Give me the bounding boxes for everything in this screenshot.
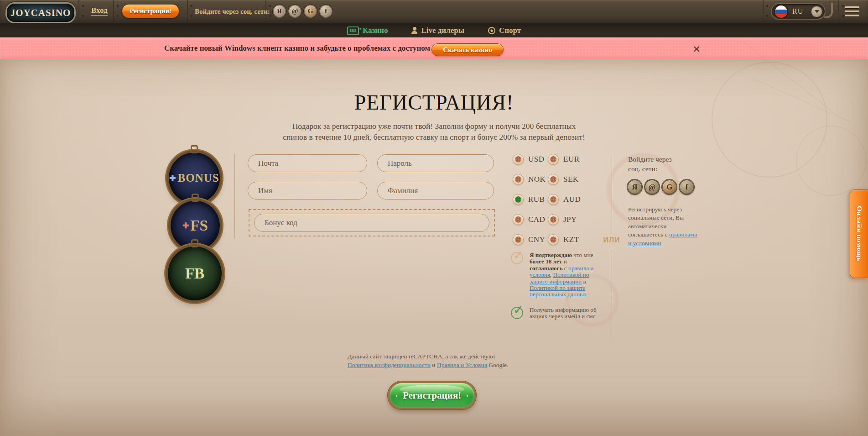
- facebook-icon[interactable]: f: [679, 179, 694, 194]
- privacy-policy-link[interactable]: Политика конфиденциальности: [348, 362, 431, 368]
- age-terms-text: Я подтверждаю что мне более 18 лет и сог…: [530, 252, 599, 298]
- freebet-badge[interactable]: FB: [168, 247, 222, 300]
- joycasino-registration-page: JOYCASINO Вход Регистрация! Войдите чере…: [0, 0, 868, 436]
- language-selector[interactable]: RU: [771, 3, 826, 20]
- seam-divider: [187, 0, 188, 23]
- currency-radio-kzt[interactable]: KZT: [548, 234, 581, 245]
- social-terms-note: Регистрируясь через социальные сети, Вы …: [628, 205, 697, 247]
- bonus-code-area: [249, 209, 495, 236]
- currency-radio-cad[interactable]: CAD: [513, 214, 548, 225]
- currency-radio-usd[interactable]: USD: [513, 154, 548, 165]
- rivet-decor: [117, 5, 119, 7]
- registration-content: РЕГИСТРАЦИЯ! Подарок за регистрацию уже …: [0, 59, 868, 436]
- rivet-decor: [82, 5, 84, 7]
- currency-radio-jpy[interactable]: JPY: [548, 214, 581, 225]
- email-field[interactable]: [248, 154, 367, 172]
- column-divider: [612, 249, 612, 340]
- submit-registration-button[interactable]: ‹ Регистрация! ›: [388, 381, 476, 410]
- logo-text: JOYCASINO: [10, 7, 71, 19]
- social-login-label: Войдите через соц. сети:: [195, 8, 270, 16]
- tab-sport[interactable]: Спорт: [488, 26, 521, 35]
- google-icon[interactable]: G: [304, 5, 317, 18]
- currency-radio-sek[interactable]: SEK: [548, 174, 581, 185]
- google-icon[interactable]: G: [662, 179, 677, 194]
- sport-ball-icon: [488, 27, 495, 34]
- yandex-icon[interactable]: Я: [627, 179, 642, 194]
- form-left-divider: [234, 154, 235, 238]
- recaptcha-note: Данный сайт защищен reCAPTCHA, а так же …: [348, 352, 520, 369]
- plus-spark-icon: ✚: [182, 221, 189, 231]
- radio-icon[interactable]: [548, 214, 559, 225]
- radio-icon[interactable]: [548, 174, 559, 185]
- top-bar: JOYCASINO Вход Регистрация! Войдите чере…: [0, 0, 868, 24]
- main-nav: Казино Live дилеры Спорт: [0, 23, 868, 38]
- tab-casino[interactable]: Казино: [347, 26, 388, 35]
- age-terms-checkbox[interactable]: ✓ Я подтверждаю что мне более 18 лет и с…: [511, 252, 602, 298]
- language-code: RU: [792, 7, 803, 16]
- promo-subscribe-checkbox[interactable]: ✓ Получать информацию об акциях через им…: [511, 307, 602, 320]
- chevron-down-icon[interactable]: [811, 6, 822, 17]
- rivet-decor: [269, 5, 271, 7]
- first-name-field[interactable]: [248, 182, 367, 200]
- russian-flag-icon: [774, 5, 788, 19]
- currency-radio-cny[interactable]: CNY: [513, 234, 548, 245]
- radio-icon[interactable]: [548, 154, 559, 165]
- social-login-icons: Я @ G f: [627, 179, 694, 194]
- right-arrow-icon: ›: [466, 392, 468, 399]
- topbar-social-icons: Я @ G f: [273, 5, 333, 18]
- yandex-icon[interactable]: Я: [273, 5, 286, 18]
- mailru-icon[interactable]: @: [288, 5, 301, 18]
- menu-icon[interactable]: [845, 6, 859, 19]
- tab-live-dealers[interactable]: Live дилеры: [411, 26, 464, 35]
- banner-message: Скачайте новый Windows клиент казино и з…: [164, 44, 430, 53]
- personal-data-policy-link[interactable]: Политикой по защите персональных данных: [530, 284, 587, 298]
- radio-icon[interactable]: [548, 234, 559, 245]
- logo-dot-decor: [74, 12, 74, 14]
- login-link[interactable]: Вход: [91, 6, 108, 16]
- radio-icon[interactable]: [513, 194, 524, 205]
- dealer-icon: [411, 27, 417, 34]
- bonus-code-field[interactable]: [254, 214, 489, 232]
- sketch-circle-decor: [712, 62, 827, 178]
- checkbox-checked-icon[interactable]: ✓: [511, 252, 523, 264]
- page-title: РЕГИСТРАЦИЯ!: [0, 90, 868, 115]
- pipe-decor: [824, 3, 833, 18]
- seam-divider: [78, 0, 79, 23]
- social-column-heading: Войдите через соц. сети:: [628, 154, 686, 173]
- checkbox-checked-icon[interactable]: ✓: [511, 307, 523, 319]
- column-divider: [612, 154, 612, 232]
- currency-radio-nok[interactable]: NOK: [513, 174, 548, 185]
- facebook-icon[interactable]: f: [319, 5, 333, 18]
- radio-icon[interactable]: [513, 154, 524, 165]
- rivet-decor: [766, 5, 768, 7]
- radio-icon[interactable]: [513, 174, 524, 185]
- terms-of-service-link[interactable]: Правила и Условия: [437, 362, 487, 368]
- promo-subscribe-text: Получать информацию об акциях через имей…: [530, 307, 599, 320]
- or-divider-label: ИЛИ: [600, 236, 623, 244]
- currency-radio-aud[interactable]: AUD: [548, 194, 581, 205]
- plus-coin-icon: ✚: [169, 173, 176, 183]
- rivet-decor: [191, 5, 192, 7]
- online-help-tab[interactable]: Онлайн помощь: [850, 189, 868, 278]
- page-subtitle: Подарок за регистрацию уже почти твой! З…: [0, 121, 868, 142]
- last-name-field[interactable]: [377, 182, 494, 200]
- logo-dot-decor: [7, 12, 7, 14]
- radio-icon[interactable]: [548, 194, 559, 205]
- close-icon[interactable]: ✕: [691, 44, 702, 55]
- currency-radio-rub[interactable]: RUB: [513, 194, 548, 205]
- left-arrow-icon: ‹: [395, 392, 398, 399]
- rivet-decor: [842, 5, 844, 7]
- password-field[interactable]: [377, 154, 494, 172]
- radio-icon[interactable]: [513, 234, 524, 245]
- currency-radio-eur[interactable]: EUR: [548, 154, 581, 165]
- seam-divider: [838, 0, 839, 23]
- mailru-icon[interactable]: @: [645, 179, 660, 194]
- seam-divider: [763, 0, 764, 23]
- joycasino-logo[interactable]: JOYCASINO: [5, 2, 76, 23]
- currency-selector: USD EUR NOK SEK RUB AUD: [513, 154, 581, 245]
- register-button[interactable]: Регистрация!: [122, 4, 179, 18]
- slot-machine-icon: [347, 26, 359, 35]
- seam-divider: [113, 0, 114, 23]
- download-casino-button[interactable]: Скачать казино: [431, 43, 504, 56]
- radio-icon[interactable]: [513, 214, 524, 225]
